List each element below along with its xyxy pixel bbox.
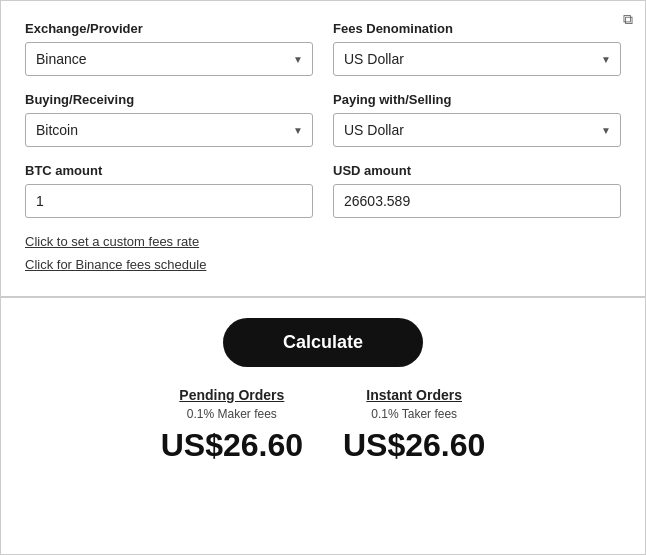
usd-amount-input[interactable] bbox=[333, 184, 621, 218]
paying-group: Paying with/Selling US Dollar Euro BTC bbox=[333, 92, 621, 147]
bottom-section: Calculate Pending Orders 0.1% Maker fees… bbox=[1, 298, 645, 488]
usd-amount-group: USD amount bbox=[333, 163, 621, 218]
main-card: ⧉ Exchange/Provider Binance Coinbase Kra… bbox=[0, 0, 646, 555]
paying-label: Paying with/Selling bbox=[333, 92, 621, 107]
pending-orders-col: Pending Orders 0.1% Maker fees US$26.60 bbox=[161, 387, 303, 464]
btc-amount-label: BTC amount bbox=[25, 163, 313, 178]
exchange-label: Exchange/Provider bbox=[25, 21, 313, 36]
results-row: Pending Orders 0.1% Maker fees US$26.60 … bbox=[25, 387, 621, 464]
btc-amount-group: BTC amount bbox=[25, 163, 313, 218]
pending-orders-label: Pending Orders bbox=[179, 387, 284, 403]
exchange-select-wrapper: Binance Coinbase Kraken bbox=[25, 42, 313, 76]
top-section: ⧉ Exchange/Provider Binance Coinbase Kra… bbox=[1, 1, 645, 298]
buying-label: Buying/Receiving bbox=[25, 92, 313, 107]
paying-select[interactable]: US Dollar Euro BTC bbox=[333, 113, 621, 147]
row-exchange-fees: Exchange/Provider Binance Coinbase Krake… bbox=[25, 21, 621, 76]
usd-amount-label: USD amount bbox=[333, 163, 621, 178]
buying-group: Buying/Receiving Bitcoin Ethereum Liteco… bbox=[25, 92, 313, 147]
buying-select[interactable]: Bitcoin Ethereum Litecoin bbox=[25, 113, 313, 147]
fees-schedule-link[interactable]: Click for Binance fees schedule bbox=[25, 257, 621, 272]
row-buying-paying: Buying/Receiving Bitcoin Ethereum Liteco… bbox=[25, 92, 621, 147]
fees-denomination-select-wrapper: US Dollar Euro BTC bbox=[333, 42, 621, 76]
btc-amount-input[interactable] bbox=[25, 184, 313, 218]
buying-select-wrapper: Bitcoin Ethereum Litecoin bbox=[25, 113, 313, 147]
instant-orders-sublabel: 0.1% Taker fees bbox=[371, 407, 457, 421]
external-link-icon[interactable]: ⧉ bbox=[623, 11, 633, 28]
calculate-button[interactable]: Calculate bbox=[223, 318, 423, 367]
instant-orders-col: Instant Orders 0.1% Taker fees US$26.60 bbox=[343, 387, 485, 464]
fees-denomination-group: Fees Denomination US Dollar Euro BTC bbox=[333, 21, 621, 76]
pending-orders-value: US$26.60 bbox=[161, 427, 303, 464]
links-section: Click to set a custom fees rate Click fo… bbox=[25, 234, 621, 272]
fees-denomination-select[interactable]: US Dollar Euro BTC bbox=[333, 42, 621, 76]
instant-orders-value: US$26.60 bbox=[343, 427, 485, 464]
custom-fees-link[interactable]: Click to set a custom fees rate bbox=[25, 234, 621, 249]
fees-denomination-label: Fees Denomination bbox=[333, 21, 621, 36]
row-amounts: BTC amount USD amount bbox=[25, 163, 621, 218]
pending-orders-sublabel: 0.1% Maker fees bbox=[187, 407, 277, 421]
paying-select-wrapper: US Dollar Euro BTC bbox=[333, 113, 621, 147]
exchange-select[interactable]: Binance Coinbase Kraken bbox=[25, 42, 313, 76]
exchange-group: Exchange/Provider Binance Coinbase Krake… bbox=[25, 21, 313, 76]
instant-orders-label: Instant Orders bbox=[366, 387, 462, 403]
